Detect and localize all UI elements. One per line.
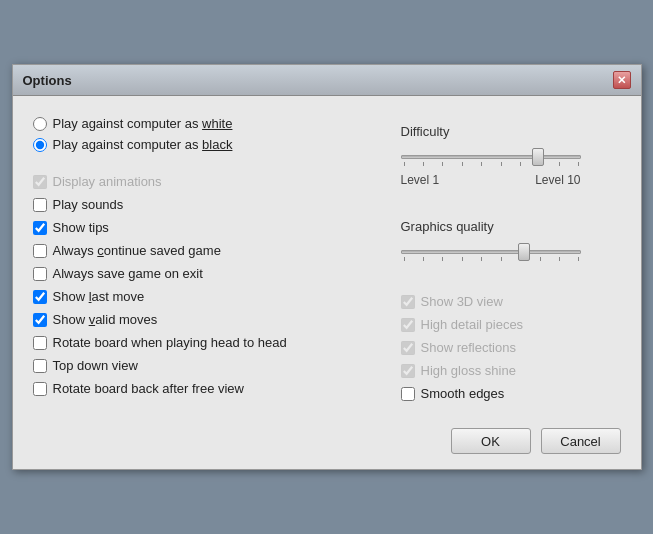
- cb-lastmove-label: Show last move: [53, 289, 145, 304]
- graphics-options: Show 3D view High detail pieces Show ref…: [401, 292, 621, 403]
- radio-white-label[interactable]: Play against computer as white: [53, 116, 233, 131]
- cb-topdown-item: Top down view: [33, 356, 381, 375]
- content-area: Play against computer as white Play agai…: [13, 96, 641, 418]
- cb-rotateback-item: Rotate board back after free view: [33, 379, 381, 398]
- cb-sounds-label: Play sounds: [53, 197, 124, 212]
- cb-save-item: Always save game on exit: [33, 264, 381, 283]
- window-title: Options: [23, 73, 72, 88]
- graphics-slider-row: [401, 238, 621, 266]
- right-panel: Difficulty: [401, 116, 621, 403]
- cb-anim[interactable]: [33, 175, 47, 189]
- gc-gloss[interactable]: [401, 364, 415, 378]
- radio-black[interactable]: [33, 138, 47, 152]
- gc-smooth-label: Smooth edges: [421, 386, 505, 401]
- gc-reflections-label: Show reflections: [421, 340, 516, 355]
- gc-3d-item: Show 3D view: [401, 292, 621, 311]
- cb-validmoves[interactable]: [33, 313, 47, 327]
- computer-color-group: Play against computer as white Play agai…: [33, 116, 381, 152]
- titlebar: Options ✕: [13, 65, 641, 96]
- cb-rotate-label: Rotate board when playing head to head: [53, 335, 287, 350]
- graphics-section: Graphics quality: [401, 211, 621, 266]
- gc-gloss-item: High gloss shine: [401, 361, 621, 380]
- gc-gloss-label: High gloss shine: [421, 363, 516, 378]
- options-dialog: Options ✕ Play against computer as white…: [12, 64, 642, 470]
- radio-white[interactable]: [33, 117, 47, 131]
- cancel-button[interactable]: Cancel: [541, 428, 621, 454]
- cb-rotateback-label: Rotate board back after free view: [53, 381, 245, 396]
- cb-rotate[interactable]: [33, 336, 47, 350]
- difficulty-title: Difficulty: [401, 124, 621, 139]
- gc-smooth-item: Smooth edges: [401, 384, 621, 403]
- cb-continue[interactable]: [33, 244, 47, 258]
- gc-reflections[interactable]: [401, 341, 415, 355]
- cb-anim-label: Display animations: [53, 174, 162, 189]
- gc-highdetail-label: High detail pieces: [421, 317, 524, 332]
- graphics-title: Graphics quality: [401, 219, 621, 234]
- cb-sounds-item: Play sounds: [33, 195, 381, 214]
- graphics-thumb[interactable]: [518, 243, 530, 261]
- cb-topdown[interactable]: [33, 359, 47, 373]
- cb-continue-label: Always continue saved game: [53, 243, 221, 258]
- cb-tips-label: Show tips: [53, 220, 109, 235]
- ok-button[interactable]: OK: [451, 428, 531, 454]
- cb-validmoves-label: Show valid moves: [53, 312, 158, 327]
- cb-anim-item: Display animations: [33, 172, 381, 191]
- gc-highdetail[interactable]: [401, 318, 415, 332]
- level-min-label: Level 1: [401, 173, 440, 187]
- cb-rotateback[interactable]: [33, 382, 47, 396]
- radio-black-item: Play against computer as black: [33, 137, 381, 152]
- difficulty-slider-row: [401, 143, 621, 171]
- radio-white-item: Play against computer as white: [33, 116, 381, 131]
- difficulty-thumb[interactable]: [532, 148, 544, 166]
- cb-save-label: Always save game on exit: [53, 266, 203, 281]
- level-max-label: Level 10: [535, 173, 580, 187]
- cb-topdown-label: Top down view: [53, 358, 138, 373]
- graphics-track: [401, 250, 581, 254]
- cb-continue-item: Always continue saved game: [33, 241, 381, 260]
- cb-tips-item: Show tips: [33, 218, 381, 237]
- cb-save[interactable]: [33, 267, 47, 281]
- gc-highdetail-item: High detail pieces: [401, 315, 621, 334]
- cb-lastmove-item: Show last move: [33, 287, 381, 306]
- difficulty-labels: Level 1 Level 10: [401, 173, 581, 187]
- gc-reflections-item: Show reflections: [401, 338, 621, 357]
- cb-validmoves-item: Show valid moves: [33, 310, 381, 329]
- gc-3d-label: Show 3D view: [421, 294, 503, 309]
- difficulty-track: [401, 155, 581, 159]
- gc-3d[interactable]: [401, 295, 415, 309]
- cb-tips[interactable]: [33, 221, 47, 235]
- difficulty-section: Difficulty: [401, 116, 621, 187]
- gc-smooth[interactable]: [401, 387, 415, 401]
- close-button[interactable]: ✕: [613, 71, 631, 89]
- cb-sounds[interactable]: [33, 198, 47, 212]
- footer: OK Cancel: [13, 418, 641, 469]
- radio-black-label[interactable]: Play against computer as black: [53, 137, 233, 152]
- cb-lastmove[interactable]: [33, 290, 47, 304]
- left-panel: Play against computer as white Play agai…: [33, 116, 381, 403]
- cb-rotate-item: Rotate board when playing head to head: [33, 333, 381, 352]
